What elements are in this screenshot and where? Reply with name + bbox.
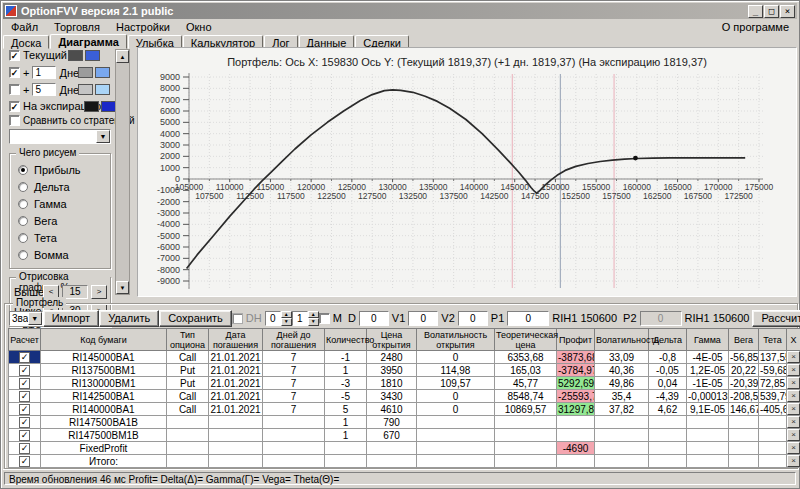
- plus1-days-input[interactable]: [32, 66, 56, 79]
- cell-gamma[interactable]: [687, 416, 729, 429]
- cell-delta[interactable]: 4,62: [649, 403, 687, 416]
- cell-vol_open[interactable]: 0: [417, 403, 495, 416]
- row-checkbox[interactable]: ✓: [19, 443, 30, 454]
- column-header[interactable]: X: [787, 329, 800, 351]
- cell-profit[interactable]: [557, 455, 595, 468]
- maximize-button[interactable]: □: [764, 5, 779, 18]
- row-delete-button[interactable]: ×: [787, 416, 800, 428]
- plus1-fill-color-swatch[interactable]: [95, 67, 110, 78]
- cell-theta[interactable]: [759, 429, 787, 442]
- close-button[interactable]: ×: [780, 5, 795, 18]
- row-checkbox[interactable]: ✓: [19, 365, 30, 376]
- m-checkbox[interactable]: [319, 313, 330, 324]
- cell-qty[interactable]: [325, 455, 367, 468]
- row-calc-cell[interactable]: ✓: [9, 364, 41, 377]
- cell-theta[interactable]: 137,55: [759, 351, 787, 364]
- cell-days[interactable]: [263, 416, 325, 429]
- menu-settings[interactable]: Настройки: [108, 20, 178, 34]
- cell-qty[interactable]: [325, 442, 367, 455]
- cell-vol[interactable]: [595, 455, 649, 468]
- column-header[interactable]: Количество: [325, 329, 367, 351]
- cell-vol[interactable]: [595, 429, 649, 442]
- radio-vomma[interactable]: [18, 250, 28, 260]
- cell-price[interactable]: [367, 455, 417, 468]
- tab-diagram[interactable]: Диаграмма: [50, 34, 126, 49]
- column-header[interactable]: Волатильность: [595, 329, 649, 351]
- cell-price[interactable]: 3950: [367, 364, 417, 377]
- cell-code[interactable]: Итого:: [41, 455, 167, 468]
- dh-checkbox[interactable]: [232, 313, 243, 324]
- row-delete-button[interactable]: ×: [787, 429, 800, 441]
- cell-vol[interactable]: 35,4: [595, 390, 649, 403]
- expiration-line-color-swatch[interactable]: [84, 101, 99, 112]
- cell-price[interactable]: 790: [367, 416, 417, 429]
- cell-vol_open[interactable]: 0: [417, 351, 495, 364]
- cell-days[interactable]: 7: [263, 364, 325, 377]
- cell-date[interactable]: [209, 416, 263, 429]
- radio-gamma[interactable]: [18, 199, 28, 209]
- cell-date[interactable]: [209, 442, 263, 455]
- row-delete-button[interactable]: ×: [787, 364, 800, 376]
- cell-vol[interactable]: [595, 442, 649, 455]
- plus1-checkbox[interactable]: ✓: [9, 67, 20, 78]
- cell-profit[interactable]: [557, 416, 595, 429]
- cell-delta[interactable]: -4,39: [649, 390, 687, 403]
- current-point-marker[interactable]: [633, 156, 638, 161]
- cell-days[interactable]: 7: [263, 403, 325, 416]
- cell-gamma[interactable]: [687, 442, 729, 455]
- row-delete-button[interactable]: ×: [787, 351, 800, 363]
- radio-delta[interactable]: [18, 182, 28, 192]
- cell-vega[interactable]: [729, 429, 759, 442]
- cell-type[interactable]: Call: [167, 351, 209, 364]
- column-header[interactable]: Волатильность открытия: [417, 329, 495, 351]
- cell-profit[interactable]: -3784,97: [557, 364, 595, 377]
- cell-theta[interactable]: [759, 442, 787, 455]
- cell-type[interactable]: Call: [167, 403, 209, 416]
- row-calc-cell[interactable]: ✓: [9, 351, 41, 364]
- cell-vol_open[interactable]: [417, 442, 495, 455]
- row-checkbox[interactable]: ✓: [19, 456, 30, 467]
- column-header[interactable]: Профит: [557, 329, 595, 351]
- cell-qty[interactable]: 1: [325, 364, 367, 377]
- cell-delta[interactable]: -0,8: [649, 351, 687, 364]
- profit-chart[interactable]: 9000800070006000500040003000200010000-10…: [138, 48, 796, 296]
- cell-vol_open[interactable]: 0: [417, 390, 495, 403]
- plus5-checkbox[interactable]: [9, 84, 20, 95]
- cell-gamma[interactable]: [687, 429, 729, 442]
- cell-code[interactable]: RI147500BM1B: [41, 429, 167, 442]
- cell-price[interactable]: 3430: [367, 390, 417, 403]
- cell-theo[interactable]: 165,03: [495, 364, 557, 377]
- row-delete-button[interactable]: ×: [787, 390, 800, 402]
- cell-theta[interactable]: [759, 455, 787, 468]
- cell-theo[interactable]: 10869,57: [495, 403, 557, 416]
- column-header[interactable]: Цена открытия: [367, 329, 417, 351]
- row-calc-cell[interactable]: ✓: [9, 403, 41, 416]
- cell-code[interactable]: RI137500BM1: [41, 364, 167, 377]
- cell-theo[interactable]: 6353,68: [495, 351, 557, 364]
- chevron-down-icon[interactable]: ▼: [28, 312, 42, 325]
- row-calc-cell[interactable]: ✓: [9, 429, 41, 442]
- cell-vega[interactable]: -56,85: [729, 351, 759, 364]
- plus5-days-input[interactable]: [32, 83, 56, 96]
- cell-theta[interactable]: -59,68: [759, 364, 787, 377]
- cell-delta[interactable]: [649, 429, 687, 442]
- cell-vega[interactable]: -208,53: [729, 390, 759, 403]
- cell-date[interactable]: 21.01.2021: [209, 377, 263, 390]
- row-checkbox[interactable]: ✓: [19, 378, 30, 389]
- import-button[interactable]: Импорт: [43, 310, 99, 327]
- cell-price[interactable]: 2480: [367, 351, 417, 364]
- cell-profit[interactable]: 5292,69: [557, 377, 595, 390]
- variant-combobox[interactable]: 3вар-т_РТС ▼: [9, 311, 43, 326]
- row-calc-cell[interactable]: ✓: [9, 377, 41, 390]
- expiration-checkbox[interactable]: ✓: [9, 101, 20, 112]
- radio-vega[interactable]: [18, 216, 28, 226]
- cell-gamma[interactable]: -0,000139: [687, 390, 729, 403]
- column-header[interactable]: Гамма: [687, 329, 729, 351]
- cell-qty[interactable]: -1: [325, 351, 367, 364]
- column-header[interactable]: Дата погашения: [209, 329, 263, 351]
- cell-delta[interactable]: -0,05: [649, 364, 687, 377]
- cell-delta[interactable]: [649, 455, 687, 468]
- cell-theo[interactable]: [495, 442, 557, 455]
- cell-price[interactable]: [367, 442, 417, 455]
- cell-theo[interactable]: 8548,74: [495, 390, 557, 403]
